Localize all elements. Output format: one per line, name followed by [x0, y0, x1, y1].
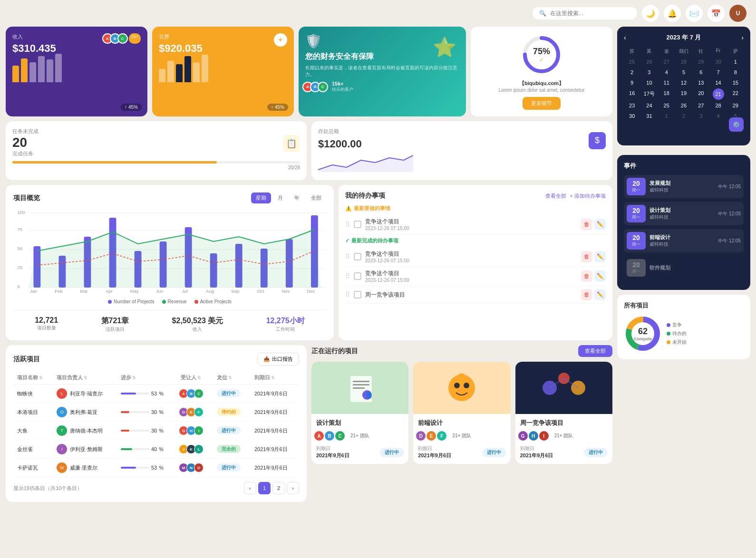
cal-day-4[interactable]: 4	[659, 67, 675, 77]
page-2[interactable]: 2	[272, 482, 285, 494]
col-manager[interactable]: 项目负责人⇅	[53, 371, 117, 385]
todo-checkbox-1[interactable]	[354, 221, 361, 228]
drag-handle-2[interactable]: ⠿	[345, 253, 350, 260]
cal-day-5[interactable]: 5	[676, 67, 692, 77]
calendar-icon[interactable]: 📅	[708, 5, 725, 22]
donut-center: 62 Compete	[634, 327, 652, 341]
moon-icon[interactable]: 🌙	[642, 5, 659, 22]
cal-day-1b[interactable]: 1	[659, 111, 675, 121]
tab-week[interactable]: 星期	[251, 192, 271, 203]
cal-day-20[interactable]: 20	[693, 88, 709, 100]
cal-day-18[interactable]: 18	[659, 88, 675, 100]
cal-day-21-today[interactable]: 21	[713, 88, 724, 100]
cal-day-26[interactable]: 26	[641, 57, 657, 67]
drag-handle-4[interactable]: ⠿	[345, 291, 350, 298]
cal-day-30[interactable]: 30	[710, 57, 726, 67]
col-progress[interactable]: 进步⇅	[117, 371, 177, 385]
todo-edit-2[interactable]: ✏️	[594, 251, 606, 262]
todo-delete-4[interactable]: 🗑	[581, 289, 592, 300]
cal-day-10[interactable]: 10	[641, 78, 657, 87]
drag-handle-3[interactable]: ⠿	[345, 272, 350, 280]
cal-day-26b[interactable]: 26	[676, 101, 692, 110]
todo-delete-2[interactable]: 🗑	[581, 251, 592, 262]
col-assignee[interactable]: 受让人⇅	[177, 371, 213, 385]
todo-actions[interactable]: 查看全部 + 添加待办事项	[545, 192, 606, 200]
todo-delete-1[interactable]: 🗑	[581, 219, 592, 230]
cal-day-3b[interactable]: 3	[693, 111, 709, 121]
cal-day-14[interactable]: 14	[710, 78, 726, 87]
cal-day-9[interactable]: 9	[624, 78, 640, 87]
cal-day-24[interactable]: 24	[641, 101, 657, 110]
cal-day-29[interactable]: 29	[693, 57, 709, 67]
prev-month-button[interactable]: ‹	[624, 34, 626, 41]
prev-page[interactable]: ‹	[244, 482, 256, 494]
page-1[interactable]: 1	[258, 482, 271, 494]
avatar[interactable]: U	[729, 5, 746, 22]
todo-checkbox-3[interactable]	[354, 272, 361, 280]
todo-edit-1[interactable]: ✏️	[594, 219, 606, 230]
cal-day-12[interactable]: 12	[676, 78, 692, 87]
cal-day-25[interactable]: 25	[624, 57, 640, 67]
tab-month[interactable]: 月	[273, 192, 288, 203]
cal-day-31[interactable]: 31	[641, 111, 657, 121]
todo-edit-3[interactable]: ✏️	[594, 270, 606, 282]
todo-checkbox-2[interactable]	[354, 253, 361, 260]
col-name[interactable]: 项目名称⇅	[13, 371, 53, 385]
tab-all[interactable]: 全部	[306, 192, 326, 203]
next-page[interactable]: ›	[287, 482, 299, 494]
tab-year[interactable]: 年	[290, 192, 304, 203]
cal-day-19[interactable]: 19	[676, 88, 692, 100]
revenue-bar-chart	[12, 58, 141, 82]
cal-day-13[interactable]: 13	[693, 78, 709, 87]
search-box[interactable]: 🔍	[533, 7, 637, 19]
cal-day-29b[interactable]: 29	[727, 101, 744, 110]
bottom-right: 正在运行的项目 查看全部	[311, 345, 612, 502]
sec-av-3: C	[318, 82, 328, 92]
cal-day-1[interactable]: 1	[727, 57, 744, 67]
col-status[interactable]: 龙位⇅	[213, 371, 251, 385]
cal-day-23[interactable]: 23	[624, 101, 640, 110]
cal-day-2[interactable]: 2	[624, 67, 640, 77]
todo-edit-4[interactable]: ✏️	[594, 289, 606, 300]
todo-checkbox-4[interactable]	[354, 291, 361, 298]
cal-day-6[interactable]: 6	[693, 67, 709, 77]
cal-day-17[interactable]: 17号	[641, 88, 657, 100]
card-illustration-1: 👤	[341, 369, 379, 407]
cal-day-27[interactable]: 27	[659, 57, 675, 67]
row5-assignees: M N O	[177, 459, 213, 477]
bell-icon[interactable]: 🔔	[664, 5, 681, 22]
todo-add[interactable]: + 添加待办事项	[570, 192, 606, 200]
drag-handle-1[interactable]: ⠿	[345, 221, 350, 228]
cal-day-11[interactable]: 11	[659, 78, 675, 87]
search-input[interactable]	[550, 10, 630, 17]
page-buttons[interactable]: ‹ 1 2 ›	[244, 482, 299, 494]
export-button[interactable]: 📤 出口报告	[257, 353, 299, 366]
cal-day-8[interactable]: 8	[727, 67, 744, 77]
cal-day-16[interactable]: 16	[624, 88, 640, 100]
todo-view-all[interactable]: 查看全部	[545, 192, 566, 200]
next-month-button[interactable]: ›	[741, 34, 744, 41]
view-all-button[interactable]: 查看全部	[578, 345, 612, 357]
cal-day-22[interactable]: 22	[727, 88, 744, 100]
cal-day-28[interactable]: 28	[676, 57, 692, 67]
cal-day-7[interactable]: 7	[710, 67, 726, 77]
expense-card: + 花费 $920.035 ↑45%	[152, 27, 294, 116]
cal-day-15[interactable]: 15	[727, 78, 744, 87]
security-footer: A B C 15k+ 快乐的客户	[305, 81, 459, 93]
cal-day-3[interactable]: 3	[641, 67, 657, 77]
stat-num-projects: 12,721	[35, 316, 58, 325]
bottom-section: 活跃项目 📤 出口报告 项目名称⇅ 项目负责人⇅ 进步⇅	[6, 345, 612, 502]
settings-icon[interactable]: ⚙️	[729, 117, 744, 132]
circle-text: 75% ✓	[533, 47, 550, 63]
cal-day-27b[interactable]: 27	[693, 101, 709, 110]
col-due[interactable]: 到期日⇅	[251, 371, 299, 385]
cal-day-30b[interactable]: 30	[624, 111, 640, 121]
todo-delete-3[interactable]: 🗑	[581, 270, 592, 282]
event-sub-1: 威特科技	[649, 187, 714, 193]
progress-detail-button[interactable]: 更多细节	[523, 97, 561, 110]
cal-day-28b[interactable]: 28	[710, 101, 726, 110]
mail-icon[interactable]: ✉️	[686, 5, 703, 22]
cal-day-2b[interactable]: 2	[676, 111, 692, 121]
cal-day-4b[interactable]: 4	[710, 111, 726, 121]
cal-day-25b[interactable]: 25	[659, 101, 675, 110]
